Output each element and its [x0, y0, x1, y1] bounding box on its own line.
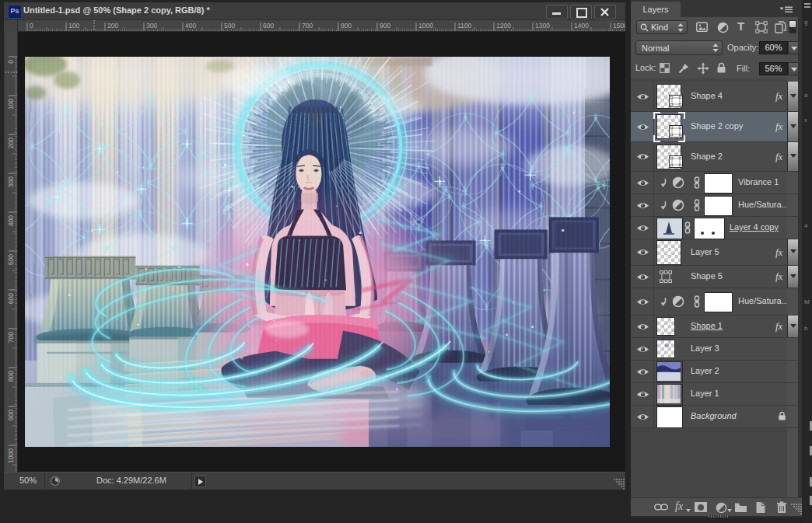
svg-text:800: 800	[7, 371, 15, 382]
svg-text:1200: 1200	[496, 22, 511, 30]
svg-text:600: 600	[7, 293, 15, 304]
svg-text:700: 700	[7, 332, 15, 343]
svg-text:500: 500	[224, 22, 235, 30]
svg-text:0: 0	[30, 22, 33, 30]
svg-text:800: 800	[341, 22, 352, 30]
svg-text:100: 100	[7, 99, 15, 110]
svg-text:100: 100	[68, 22, 79, 30]
svg-text:200: 200	[107, 22, 118, 30]
svg-text:300: 300	[146, 22, 157, 30]
svg-text:500: 500	[7, 254, 15, 265]
svg-text:600: 600	[263, 22, 274, 30]
svg-text:1500: 1500	[613, 22, 625, 30]
svg-text:300: 300	[7, 176, 15, 187]
svg-text:1000: 1000	[7, 448, 15, 463]
svg-text:400: 400	[185, 22, 196, 30]
svg-text:400: 400	[7, 215, 15, 226]
svg-text:1000: 1000	[418, 22, 433, 30]
svg-text:1100: 1100	[457, 22, 472, 30]
svg-text:0: 0	[7, 60, 15, 64]
svg-text:200: 200	[7, 138, 15, 148]
svg-text:1400: 1400	[574, 22, 589, 30]
svg-text:700: 700	[302, 22, 313, 30]
svg-text:900: 900	[380, 22, 390, 30]
svg-text:900: 900	[7, 410, 15, 420]
svg-text:1300: 1300	[535, 22, 550, 30]
